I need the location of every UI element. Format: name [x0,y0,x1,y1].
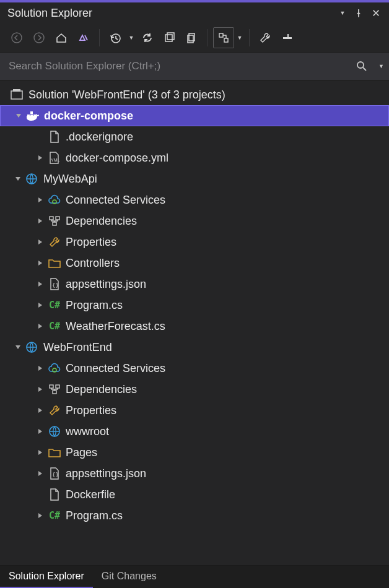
pin-button[interactable] [352,6,365,20]
expand-arrow[interactable] [35,215,46,227]
tree-node[interactable]: wwwroot [0,421,389,442]
expand-arrow[interactable] [35,426,46,437]
show-all-files-button[interactable] [181,27,203,48]
tree-node[interactable]: {}appsettings.json [0,463,389,484]
window-menu-button[interactable]: ▼ [334,6,348,20]
tree-node[interactable]: MyWebApi [0,168,389,189]
toolbar: ▼ ▼ [0,24,389,53]
node-label: Connected Services [66,194,165,207]
svg-rect-29 [53,391,56,394]
search-input[interactable] [5,55,347,77]
properties-button[interactable] [255,27,276,48]
tree-node[interactable]: Connected Services [0,358,389,379]
expand-arrow[interactable] [35,363,46,374]
solution-explorer-panel: Solution Explorer ▼ ▼ ▼ ▼ Solution 'We [0,0,389,588]
tree-node[interactable]: C#Program.cs [0,505,389,526]
filter-dropdown[interactable]: ▼ [127,35,136,41]
tab-solution-explorer[interactable]: Solution Explorer [0,566,93,588]
node-label: docker-compose.yml [66,152,168,165]
expand-arrow[interactable] [12,342,24,353]
tree-node[interactable]: YMLdocker-compose.yml [0,147,389,168]
titlebar: Solution Explorer ▼ [0,2,389,24]
solution-node[interactable]: Solution 'WebFrontEnd' (3 of 3 projects) [0,84,389,105]
expand-arrow[interactable] [35,321,46,332]
tree-node[interactable]: Dependencies [0,210,389,231]
back-button[interactable] [6,27,27,48]
globe-icon [47,425,62,438]
expand-arrow[interactable] [35,194,46,205]
svg-rect-3 [165,35,172,41]
node-label: wwwroot [66,425,109,438]
svg-point-1 [34,33,44,43]
tree-node[interactable]: docker-compose [0,105,389,126]
deps-icon [47,214,62,228]
home-button[interactable] [51,27,72,48]
tree-node[interactable]: C#Program.cs [0,295,389,316]
svg-rect-28 [56,385,59,388]
tree-view[interactable]: Solution 'WebFrontEnd' (3 of 3 projects)… [0,80,389,565]
back-icon [11,32,23,44]
expand-arrow[interactable] [35,257,46,269]
expand-arrow[interactable] [35,236,46,248]
tree-node[interactable]: Properties [0,400,389,421]
tree-node[interactable]: Dockerfile [0,484,389,505]
expand-arrow[interactable] [35,468,46,479]
diagram-dropdown[interactable]: ▼ [235,35,244,41]
svg-text:YML: YML [51,158,60,162]
node-label: Connected Services [66,362,165,375]
svg-rect-27 [50,385,53,388]
expand-arrow[interactable] [35,300,46,311]
node-label: Program.cs [66,299,123,312]
yml-icon: YML [47,151,62,165]
solution-icon [10,88,25,102]
tree-node[interactable]: Controllers [0,253,389,274]
node-label: Program.cs [66,509,123,522]
switch-views-button[interactable] [73,27,94,48]
tree-node[interactable]: Connected Services [0,189,389,210]
node-label: WebFrontEnd [43,341,112,354]
tree-node[interactable]: Properties [0,231,389,253]
tree-node[interactable]: .dockerignore [0,126,389,147]
expand-arrow[interactable] [35,152,46,163]
tree-node[interactable]: WebFrontEnd [0,337,389,358]
svg-point-0 [12,33,22,43]
folder-icon [47,256,62,270]
tree-node[interactable]: Dependencies [0,379,389,400]
forward-button[interactable] [28,27,50,48]
expand-arrow[interactable] [12,173,24,184]
bottom-tabs: Solution ExplorerGit Changes [0,565,389,588]
tree-node[interactable]: {}appsettings.json [0,274,389,295]
svg-text:{}: {} [52,282,59,288]
search-button[interactable] [352,60,371,72]
svg-rect-9 [283,37,292,39]
arrow-spacer [35,131,46,142]
pending-changes-filter-button[interactable] [105,27,126,48]
sync-button[interactable] [137,27,158,48]
tab-git-changes[interactable]: Git Changes [93,566,165,588]
pin-icon [354,9,363,17]
svg-rect-13 [13,89,20,92]
wrench-icon [47,404,62,417]
collapse-all-button[interactable] [159,27,180,48]
node-label: appsettings.json [66,278,146,291]
expand-arrow[interactable] [35,279,46,290]
files-icon [186,32,198,44]
close-button[interactable] [369,6,383,20]
view-class-diagram-button[interactable] [213,27,234,48]
search-options-dropdown[interactable]: ▼ [378,63,384,69]
separator [99,29,100,46]
close-icon [372,9,380,17]
expand-arrow[interactable] [35,384,46,395]
expand-arrow[interactable] [35,510,46,521]
home-icon [55,32,68,44]
expand-arrow[interactable] [35,405,46,416]
expand-arrow[interactable] [13,110,24,121]
tree-node[interactable]: Pages [0,442,389,463]
node-label: Properties [66,236,116,249]
expand-arrow[interactable] [35,447,46,458]
svg-rect-7 [219,33,223,37]
preview-button[interactable] [277,27,298,48]
arrow-spacer [35,489,46,500]
tree-node[interactable]: C#WeatherForecast.cs [0,316,389,337]
node-label: docker-compose [44,110,133,123]
